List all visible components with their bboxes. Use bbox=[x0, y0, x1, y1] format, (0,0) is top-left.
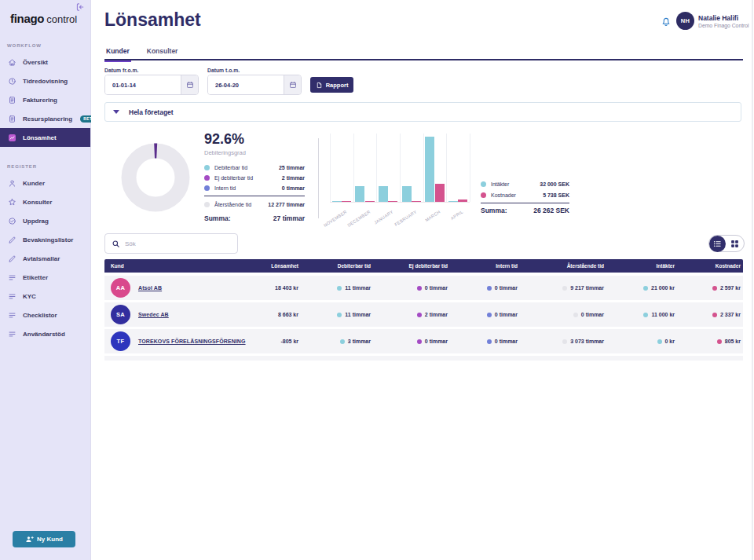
debit-rate-value: 92.6% bbox=[204, 131, 305, 148]
sidebar-item-checklistor[interactable]: Checklistor bbox=[0, 306, 90, 324]
legend-divider bbox=[481, 203, 569, 203]
sidebar-item--versikt[interactable]: Översikt bbox=[0, 53, 90, 71]
sidebar-item-anv-ndarst-d[interactable]: Användarstöd bbox=[0, 324, 90, 343]
cell-kund: TFTOREKOVS FÖRELÄSNINGSFÖRENING bbox=[104, 331, 254, 351]
value-dot bbox=[487, 286, 492, 291]
pencil-icon bbox=[8, 254, 16, 263]
sidebar-item-label: Översikt bbox=[23, 59, 48, 66]
legend-value: 32 000 SEK bbox=[540, 181, 569, 187]
sidebar-nav: WORKFLOWÖversiktTidredovisningFakturerin… bbox=[0, 43, 90, 343]
cell-aterstaende: 3 073 timmar bbox=[520, 339, 606, 344]
new-customer-label: Ny Kund bbox=[37, 536, 63, 543]
money-sum-label: Summa: bbox=[481, 207, 533, 214]
logo-suffix: control bbox=[46, 13, 77, 25]
sidebar-item-label: Resursplanering bbox=[23, 115, 72, 123]
sidebar-item-kunder[interactable]: Kunder bbox=[0, 174, 90, 192]
bell-icon bbox=[661, 16, 672, 27]
bar-intakter bbox=[425, 137, 434, 203]
legend-value: 12 277 timmar bbox=[268, 202, 305, 207]
time-legend: Debiterbar tid25 timmarEj debiterbar tid… bbox=[204, 163, 305, 210]
date-to-calendar-button[interactable] bbox=[284, 75, 301, 94]
sidebar-item-fakturering[interactable]: Fakturering bbox=[0, 90, 90, 109]
search-field bbox=[104, 233, 238, 254]
user-organization: Demo Finago Control bbox=[698, 23, 749, 28]
view-toggle bbox=[708, 235, 745, 252]
customer-link[interactable]: Atsol AB bbox=[138, 285, 162, 291]
check-circle-icon bbox=[8, 217, 16, 225]
company-expander[interactable]: Hela företaget bbox=[104, 102, 741, 122]
cell-debiterbar: 3 timmar bbox=[301, 339, 373, 344]
sidebar-item-label: Användarstöd bbox=[23, 331, 65, 338]
column-header: Intern tid bbox=[450, 263, 520, 269]
new-customer-button[interactable]: Ny Kund bbox=[13, 531, 75, 547]
legend-dot bbox=[204, 165, 210, 170]
home-icon bbox=[8, 58, 16, 67]
value-dot bbox=[573, 313, 578, 317]
section-label: REGISTER bbox=[7, 164, 90, 169]
page-scroll-edge bbox=[752, 0, 753, 560]
report-button[interactable]: Rapport bbox=[310, 77, 353, 93]
sidebar-item-label: Avtalsmallar bbox=[23, 255, 60, 262]
list-icon bbox=[8, 273, 16, 282]
sidebar-item-konsulter[interactable]: Konsulter bbox=[0, 192, 90, 211]
column-header: Återstående tid bbox=[520, 263, 606, 269]
sidebar-item-resursplanering[interactable]: ResursplaneringBETA bbox=[0, 109, 90, 128]
customer-link[interactable]: TOREKOVS FÖRELÄSNINGSFÖRENING bbox=[138, 339, 246, 344]
sidebar-item-etiketter[interactable]: Etiketter bbox=[0, 268, 90, 287]
sidebar-collapse-button[interactable] bbox=[75, 2, 86, 13]
user-avatar[interactable]: NH bbox=[676, 12, 694, 30]
sidebar-item-label: Checklistor bbox=[23, 312, 57, 319]
money-summary-panel: Intäkter32 000 SEKKostnader5 738 SEK Sum… bbox=[481, 178, 569, 214]
sidebar-item-avtalsmallar[interactable]: Avtalsmallar bbox=[0, 249, 90, 268]
date-to-label: Datum t.o.m. bbox=[207, 68, 240, 73]
value-dot bbox=[657, 339, 662, 344]
clock-icon bbox=[8, 77, 16, 86]
sidebar-item-kyc[interactable]: KYC bbox=[0, 287, 90, 306]
sidebar-item-label: Kunder bbox=[23, 180, 45, 187]
legend-value: 2 timmar bbox=[282, 175, 305, 181]
sidebar-item-bevakningslistor[interactable]: Bevakningslistor bbox=[0, 230, 90, 249]
cell-debiterbar: 11 timmar bbox=[301, 312, 373, 317]
legend-label: Intäkter bbox=[491, 181, 540, 187]
sidebar-item-l-nsamhet[interactable]: Lönsamhet bbox=[0, 128, 90, 147]
list-view-button[interactable] bbox=[709, 236, 726, 252]
customer-avatar: AA bbox=[111, 278, 130, 298]
date-from-calendar-button[interactable] bbox=[181, 75, 198, 94]
cell-ej_debiterbar: 0 timmar bbox=[373, 285, 450, 291]
calendar-icon bbox=[186, 81, 194, 89]
donut-chart bbox=[120, 142, 191, 213]
cell-intakter: 11 000 kr bbox=[606, 312, 677, 317]
cell-intern: 0 timmar bbox=[450, 312, 520, 317]
bar-kostnader bbox=[365, 201, 375, 202]
time-sum-label: Summa: bbox=[204, 214, 273, 222]
date-from-input[interactable] bbox=[105, 75, 181, 94]
grid-view-button[interactable] bbox=[726, 235, 743, 252]
value-dot bbox=[562, 339, 567, 344]
cell-debiterbar: 11 timmar bbox=[301, 285, 373, 291]
legend-dot bbox=[204, 185, 210, 191]
legend-row: Återstående tid12 277 timmar bbox=[204, 199, 305, 210]
customer-link[interactable]: Swedec AB bbox=[138, 312, 169, 317]
star-icon bbox=[8, 198, 16, 207]
column-header: Kostnader bbox=[677, 263, 743, 269]
cell-intakter: 0 kr bbox=[606, 339, 677, 344]
sidebar-item-uppdrag[interactable]: Uppdrag bbox=[0, 211, 90, 230]
sidebar-item-label: Bevakningslistor bbox=[23, 236, 73, 243]
value-dot bbox=[337, 313, 342, 317]
legend-label: Debiterbar tid bbox=[214, 165, 279, 170]
tab-separator-line bbox=[104, 59, 743, 60]
date-to-field bbox=[207, 75, 302, 95]
list-icon bbox=[8, 311, 16, 320]
date-to-input[interactable] bbox=[208, 75, 284, 94]
column-header: Debiterbar tid bbox=[301, 263, 373, 269]
notifications-button[interactable] bbox=[660, 16, 672, 28]
person-icon bbox=[8, 179, 16, 188]
section-label: WORKFLOW bbox=[7, 43, 90, 48]
table-empty-strip bbox=[104, 356, 743, 361]
sidebar-item-tidredovisning[interactable]: Tidredovisning bbox=[0, 71, 90, 90]
search-input[interactable] bbox=[125, 240, 237, 247]
sidebar-item-label: Lönsamhet bbox=[23, 134, 57, 141]
legend-value: 0 timmar bbox=[282, 185, 305, 191]
gridline bbox=[470, 134, 470, 202]
list-icon bbox=[8, 330, 16, 339]
